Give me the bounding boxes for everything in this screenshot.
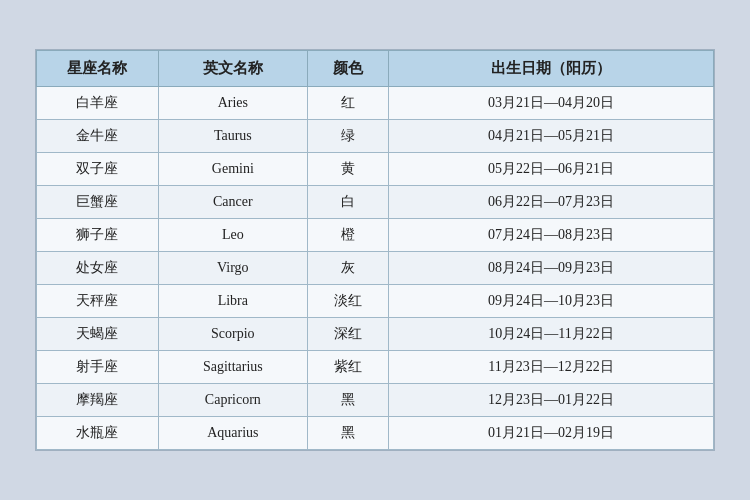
table-header-row: 星座名称 英文名称 颜色 出生日期（阳历） bbox=[37, 51, 714, 87]
cell-color: 白 bbox=[307, 186, 388, 219]
cell-date: 10月24日—11月22日 bbox=[389, 318, 714, 351]
zodiac-table: 星座名称 英文名称 颜色 出生日期（阳历） 白羊座Aries红03月21日—04… bbox=[36, 50, 714, 450]
table-row: 天蝎座Scorpio深红10月24日—11月22日 bbox=[37, 318, 714, 351]
table-row: 双子座Gemini黄05月22日—06月21日 bbox=[37, 153, 714, 186]
cell-english: Cancer bbox=[158, 186, 307, 219]
cell-english: Aquarius bbox=[158, 417, 307, 450]
cell-color: 黑 bbox=[307, 384, 388, 417]
table-row: 水瓶座Aquarius黑01月21日—02月19日 bbox=[37, 417, 714, 450]
cell-english: Scorpio bbox=[158, 318, 307, 351]
header-date: 出生日期（阳历） bbox=[389, 51, 714, 87]
cell-color: 紫红 bbox=[307, 351, 388, 384]
cell-date: 11月23日—12月22日 bbox=[389, 351, 714, 384]
cell-english: Sagittarius bbox=[158, 351, 307, 384]
cell-chinese: 水瓶座 bbox=[37, 417, 159, 450]
cell-english: Aries bbox=[158, 87, 307, 120]
table-row: 巨蟹座Cancer白06月22日—07月23日 bbox=[37, 186, 714, 219]
cell-chinese: 天秤座 bbox=[37, 285, 159, 318]
cell-date: 06月22日—07月23日 bbox=[389, 186, 714, 219]
cell-chinese: 射手座 bbox=[37, 351, 159, 384]
cell-chinese: 天蝎座 bbox=[37, 318, 159, 351]
cell-color: 深红 bbox=[307, 318, 388, 351]
cell-color: 黑 bbox=[307, 417, 388, 450]
cell-date: 07月24日—08月23日 bbox=[389, 219, 714, 252]
cell-color: 淡红 bbox=[307, 285, 388, 318]
cell-english: Gemini bbox=[158, 153, 307, 186]
cell-date: 03月21日—04月20日 bbox=[389, 87, 714, 120]
cell-chinese: 白羊座 bbox=[37, 87, 159, 120]
cell-date: 08月24日—09月23日 bbox=[389, 252, 714, 285]
cell-chinese: 处女座 bbox=[37, 252, 159, 285]
table-row: 天秤座Libra淡红09月24日—10月23日 bbox=[37, 285, 714, 318]
cell-date: 12月23日—01月22日 bbox=[389, 384, 714, 417]
table-row: 处女座Virgo灰08月24日—09月23日 bbox=[37, 252, 714, 285]
table-row: 金牛座Taurus绿04月21日—05月21日 bbox=[37, 120, 714, 153]
table-row: 射手座Sagittarius紫红11月23日—12月22日 bbox=[37, 351, 714, 384]
cell-english: Leo bbox=[158, 219, 307, 252]
cell-english: Libra bbox=[158, 285, 307, 318]
zodiac-table-container: 星座名称 英文名称 颜色 出生日期（阳历） 白羊座Aries红03月21日—04… bbox=[35, 49, 715, 451]
cell-date: 01月21日—02月19日 bbox=[389, 417, 714, 450]
cell-english: Virgo bbox=[158, 252, 307, 285]
cell-english: Capricorn bbox=[158, 384, 307, 417]
cell-chinese: 巨蟹座 bbox=[37, 186, 159, 219]
cell-chinese: 双子座 bbox=[37, 153, 159, 186]
cell-color: 绿 bbox=[307, 120, 388, 153]
cell-chinese: 摩羯座 bbox=[37, 384, 159, 417]
cell-date: 05月22日—06月21日 bbox=[389, 153, 714, 186]
cell-chinese: 金牛座 bbox=[37, 120, 159, 153]
header-color: 颜色 bbox=[307, 51, 388, 87]
cell-color: 红 bbox=[307, 87, 388, 120]
cell-color: 黄 bbox=[307, 153, 388, 186]
cell-date: 09月24日—10月23日 bbox=[389, 285, 714, 318]
table-row: 摩羯座Capricorn黑12月23日—01月22日 bbox=[37, 384, 714, 417]
table-row: 白羊座Aries红03月21日—04月20日 bbox=[37, 87, 714, 120]
cell-chinese: 狮子座 bbox=[37, 219, 159, 252]
cell-color: 橙 bbox=[307, 219, 388, 252]
cell-english: Taurus bbox=[158, 120, 307, 153]
header-chinese: 星座名称 bbox=[37, 51, 159, 87]
header-english: 英文名称 bbox=[158, 51, 307, 87]
cell-color: 灰 bbox=[307, 252, 388, 285]
cell-date: 04月21日—05月21日 bbox=[389, 120, 714, 153]
table-row: 狮子座Leo橙07月24日—08月23日 bbox=[37, 219, 714, 252]
